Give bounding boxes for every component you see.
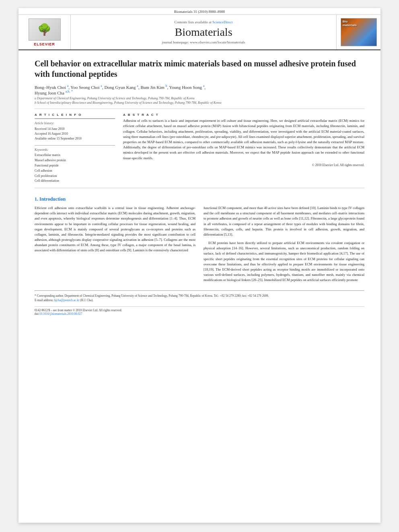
received-date: Received 14 June 2010 — [35, 127, 115, 131]
header-main: 🌳 ELSEVIER Contents lists available at S… — [19, 15, 380, 50]
biomaterials-logo-section: Biomaterials — [336, 15, 380, 49]
affiliation-b: b School of Interdisciplinary Bioscience… — [35, 101, 364, 105]
keywords-label: Keywords: — [35, 148, 115, 152]
keyword-cell-adhesion: Cell adhesion — [35, 168, 115, 174]
divider-1 — [35, 109, 364, 109]
elsevier-logo-section: 🌳 ELSEVIER — [19, 15, 71, 49]
journal-homepage: journal homepage: www.elsevier.com/locat… — [162, 40, 245, 44]
intro-right-para-2: ECM proteins have been directly utilized… — [204, 240, 364, 283]
logo-image: 🌳 — [29, 18, 61, 41]
intro-right-para-1: functional ECM component, and more than … — [204, 205, 364, 237]
available-date: Available online 15 September 2010 — [35, 136, 115, 141]
citation-text: Biomaterials 31 (2010) 8980–8988 — [174, 10, 225, 14]
keyword-differentiation: Cell differentiation — [35, 179, 115, 184]
keyword-proliferation: Cell proliferation — [35, 174, 115, 179]
elsevier-logo: 🌳 ELSEVIER — [29, 18, 61, 46]
footnote-email: E-mail address: hjcha@postech.ac.kr (H.J… — [35, 298, 364, 302]
doi-line: doi:10.1016/j.biomaterials.2010.08.027 — [35, 312, 364, 316]
affiliation-a: a Department of Chemical Engineering, Po… — [35, 97, 364, 100]
keywords-box: Keywords: Extracellular matrix Mussel ad… — [35, 145, 115, 184]
keyword-mussel: Mussel adhesive protein — [35, 158, 115, 163]
intro-heading: 1. Introduction — [35, 196, 364, 202]
citation-bar: Biomaterials 31 (2010) 8980–8988 — [19, 8, 380, 15]
footnote-corresponding: * Corresponding author. Department of Ch… — [35, 294, 364, 298]
contents-available: Contents lists available at ScienceDirec… — [175, 20, 233, 24]
journal-header: 🌳 ELSEVIER Contents lists available at S… — [19, 15, 380, 50]
article-info-box: Article history: Received 14 June 2010 A… — [35, 118, 115, 141]
intro-right-col: functional ECM component, and more than … — [204, 205, 364, 286]
issn-line: 0142-9612/$ – see front matter © 2010 El… — [35, 308, 364, 312]
abstract-text: Adhesion of cells to surfaces is a basic… — [123, 118, 364, 160]
abstract-label: A B S T R A C T — [123, 113, 364, 117]
article-body: Cell behavior on extracellular matrix mi… — [19, 50, 380, 328]
homepage-text: journal homepage: www.elsevier.com/locat… — [162, 40, 245, 44]
article-history-label: Article history: — [35, 121, 115, 125]
intro-section: 1. Introduction Efficient cell adhesion … — [35, 196, 364, 286]
sciencedirect-link[interactable]: ScienceDirect — [212, 20, 232, 24]
journal-title: Biomaterials — [175, 26, 232, 39]
footnote-divider — [35, 290, 364, 291]
bio-logo-text: Biomaterials — [343, 20, 357, 27]
bottom-info: 0142-9612/$ – see front matter © 2010 El… — [35, 306, 364, 316]
article-info-label: A R T I C L E I N F O — [35, 113, 115, 117]
intro-left-para: Efficient cell adhesion onto extracellul… — [35, 205, 195, 253]
page: Biomaterials 31 (2010) 8980–8988 🌳 ELSEV… — [19, 8, 380, 523]
article-title: Cell behavior on extracellular matrix mi… — [35, 58, 364, 79]
article-info-col: A R T I C L E I N F O Article history: R… — [35, 113, 115, 184]
tree-icon: 🌳 — [37, 23, 51, 36]
header-center: Contents lists available at ScienceDirec… — [71, 15, 336, 49]
contents-text: Contents lists available at — [175, 20, 212, 24]
doi-link[interactable]: 10.1016/j.biomaterials.2010.08.027 — [39, 312, 82, 316]
biomaterials-logo: Biomaterials — [341, 18, 377, 46]
abstract-col: A B S T R A C T Adhesion of cells to sur… — [123, 113, 364, 184]
elsevier-name: ELSEVIER — [34, 42, 55, 46]
copyright: © 2010 Elsevier Ltd. All rights reserved… — [123, 163, 364, 167]
keyword-functional: Functional peptide — [35, 163, 115, 168]
intro-left-col: Efficient cell adhesion onto extracellul… — [35, 205, 195, 286]
email-link[interactable]: hjcha@postech.ac.kr — [54, 298, 80, 302]
keyword-extracellular: Extracellular matrix — [35, 153, 115, 158]
divider-2 — [35, 188, 364, 188]
intro-two-col: Efficient cell adhesion onto extracellul… — [35, 205, 364, 286]
authors: Bong–Hyuk Choi a, Yoo Seong Choi a, Dong… — [35, 84, 364, 95]
accepted-date: Accepted 16 August 2010 — [35, 131, 115, 136]
info-abstract-section: A R T I C L E I N F O Article history: R… — [35, 113, 364, 184]
